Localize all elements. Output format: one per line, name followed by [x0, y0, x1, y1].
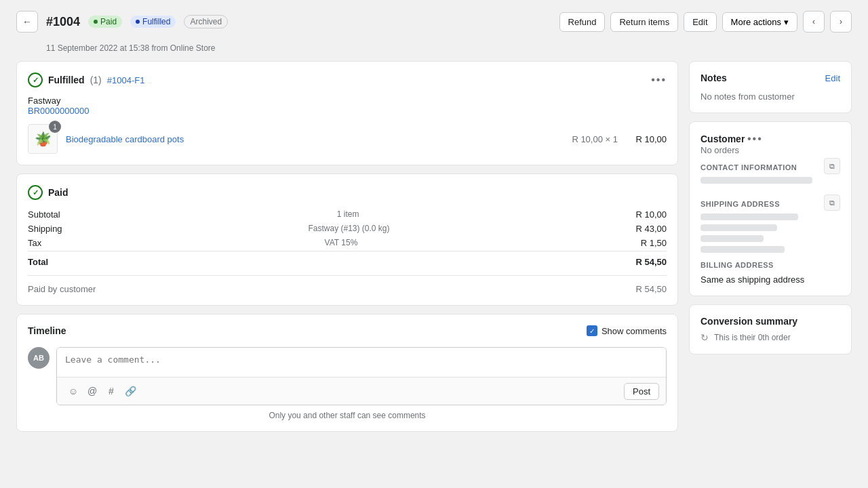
product-row: 🪴 1 Biodegradable cardboard pots R 10,00… — [28, 124, 667, 154]
main-content: ✓ Fulfilled (1) #1004-F1 ••• Fastway BR0… — [0, 61, 868, 432]
conversion-note: This is their 0th order — [714, 333, 791, 342]
conversion-title: Conversion summary — [701, 316, 840, 327]
prev-icon: ‹ — [812, 17, 815, 26]
order-subtitle: 11 September 2022 at 15:38 from Online S… — [0, 43, 868, 61]
comment-input-container: ☺ @ # 🔗 Post — [56, 347, 667, 405]
total-row: Total R 54,50 — [28, 251, 667, 267]
paid-check-icon: ✓ — [28, 185, 43, 200]
fulfilled-card: ✓ Fulfilled (1) #1004-F1 ••• Fastway BR0… — [16, 61, 678, 165]
contact-copy-button[interactable]: ⧉ — [824, 158, 840, 174]
notes-header: Notes Edit — [701, 73, 840, 83]
payment-card: ✓ Paid Subtotal 1 item R 10,00 Shipping … — [16, 174, 678, 306]
fulfilled-menu-button[interactable]: ••• — [651, 74, 667, 86]
customer-menu-button[interactable]: ••• — [747, 133, 763, 144]
customer-title: Customer — [701, 134, 745, 144]
product-total: R 10,00 — [626, 134, 667, 144]
conversion-icon: ↻ — [701, 332, 709, 343]
left-column: ✓ Fulfilled (1) #1004-F1 ••• Fastway BR0… — [16, 61, 678, 432]
show-comments-toggle[interactable]: ✓ Show comments — [587, 325, 667, 336]
billing-label: BILLING ADDRESS — [701, 261, 840, 269]
product-image: 🪴 1 — [28, 124, 58, 154]
notes-card: Notes Edit No notes from customer — [689, 61, 852, 113]
fulfilled-dot — [136, 20, 140, 24]
notes-empty-text: No notes from customer — [701, 92, 795, 102]
fulfillment-id[interactable]: #1004-F1 — [107, 75, 145, 85]
fulfilled-title: ✓ Fulfilled (1) #1004-F1 — [28, 73, 144, 87]
product-name[interactable]: Biodegradable cardboard pots — [66, 134, 564, 144]
timeline-title: Timeline — [28, 325, 66, 336]
tax-row: Tax VAT 15% R 1,50 — [28, 238, 667, 248]
user-avatar: AB — [28, 347, 50, 369]
paid-badge: Paid — [88, 16, 122, 28]
post-button[interactable]: Post — [624, 383, 659, 400]
paid-dot — [94, 20, 98, 24]
back-button[interactable]: ← — [16, 11, 38, 33]
comment-area: AB ☺ @ # 🔗 Post — [28, 347, 667, 405]
comment-input[interactable] — [57, 348, 666, 375]
tracking-number[interactable]: BR0000000000 — [28, 106, 667, 116]
return-items-button[interactable]: Return items — [610, 12, 678, 32]
payment-rows: Subtotal 1 item R 10,00 Shipping Fastway… — [28, 209, 667, 248]
chevron-down-icon: ▾ — [784, 17, 789, 27]
subtotal-row: Subtotal 1 item R 10,00 — [28, 209, 667, 220]
more-actions-button[interactable]: More actions ▾ — [722, 12, 797, 32]
billing-same-text: Same as shipping address — [701, 274, 804, 285]
emoji-button[interactable]: ☺ — [64, 382, 83, 401]
customer-header: Customer ••• — [701, 133, 840, 145]
shipping-section-header: SHIPPING ADDRESS ⧉ — [701, 192, 840, 214]
contact-skeleton-1 — [701, 177, 812, 184]
timeline-section: Timeline ✓ Show comments AB ☺ @ # — [16, 314, 678, 432]
product-qty-badge: 1 — [49, 121, 61, 133]
contact-label: CONTACT INFORMATION — [701, 163, 797, 171]
no-orders-text: No orders — [701, 145, 739, 155]
conversion-card: Conversion summary ↻ This is their 0th o… — [689, 304, 852, 354]
comment-toolbar: ☺ @ # 🔗 Post — [57, 377, 666, 405]
fulfilled-check-icon: ✓ — [28, 73, 43, 87]
shipping-row: Shipping Fastway (#13) (0.0 kg) R 43,00 — [28, 224, 667, 234]
order-id: #1004 — [46, 15, 80, 29]
notes-edit-button[interactable]: Edit — [825, 73, 840, 83]
edit-button[interactable]: Edit — [684, 12, 716, 32]
refund-button[interactable]: Refund — [559, 12, 606, 32]
right-column: Notes Edit No notes from customer Custom… — [689, 61, 852, 432]
link-button[interactable]: 🔗 — [121, 382, 140, 401]
paid-row: Paid by customer R 54,50 — [28, 275, 667, 294]
top-actions: Refund Return items Edit More actions ▾ … — [559, 11, 852, 33]
shipping-skeleton-4 — [701, 246, 785, 253]
mention-button[interactable]: @ — [83, 382, 102, 401]
conversion-row: ↻ This is their 0th order — [701, 332, 840, 343]
tracking-provider: Fastway — [28, 96, 667, 106]
archived-badge: Archived — [184, 15, 228, 28]
show-comments-checkbox[interactable]: ✓ — [587, 325, 597, 336]
shipping-skeleton-1 — [701, 214, 798, 220]
product-unit-price: R 10,00 × 1 — [572, 134, 618, 144]
tracking-info: Fastway BR0000000000 — [28, 96, 667, 116]
payment-title: ✓ Paid — [28, 185, 667, 200]
prev-order-button[interactable]: ‹ — [803, 11, 825, 33]
shipping-label: SHIPPING ADDRESS — [701, 200, 780, 208]
comment-note: Only you and other staff can see comment… — [28, 411, 667, 420]
next-order-button[interactable]: › — [830, 11, 852, 33]
shipping-skeleton-3 — [701, 235, 764, 242]
notes-title: Notes — [701, 73, 727, 83]
fulfilled-badge: Fulfilled — [130, 16, 176, 28]
fulfilled-card-header: ✓ Fulfilled (1) #1004-F1 ••• — [28, 73, 667, 87]
back-icon: ← — [22, 16, 32, 27]
shipping-skeleton-2 — [701, 224, 777, 231]
shipping-copy-button[interactable]: ⧉ — [824, 195, 840, 211]
timeline-header: Timeline ✓ Show comments — [28, 325, 667, 336]
next-icon: › — [840, 17, 842, 26]
hashtag-button[interactable]: # — [102, 382, 121, 401]
contact-section-header: CONTACT INFORMATION ⧉ — [701, 155, 840, 177]
customer-card: Customer ••• No orders CONTACT INFORMATI… — [689, 121, 852, 296]
